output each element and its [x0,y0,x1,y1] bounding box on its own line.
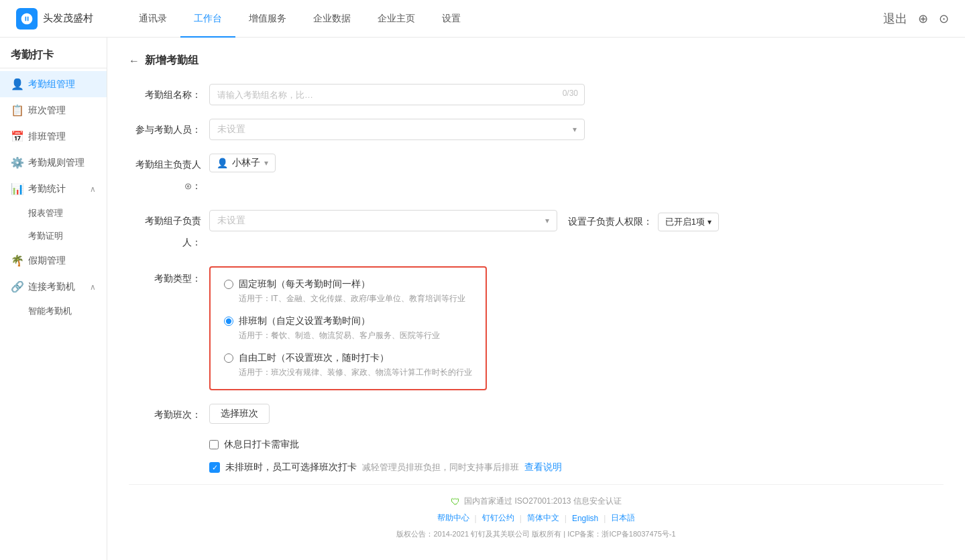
footer-copyright: 版权公告：2014-2021 钉钉及其关联公司 版权所有 | ICP备案：浙IC… [139,529,933,539]
sub-responsible-control: 未设置 ▾ [209,210,557,231]
sidebar-item-rules[interactable]: ⚙️ 考勤规则管理 [0,150,107,176]
footer-link-english[interactable]: English [572,514,598,523]
footer-link-help[interactable]: 帮助中心 [437,512,469,524]
shift-control: 选择班次 [209,404,585,424]
shift-mgmt-icon: 📋 [11,104,23,117]
sidebar-item-reports[interactable]: 报表管理 [0,202,107,225]
sidebar-label-statistics: 考勤统计 [28,183,66,195]
participants-placeholder: 未设置 [217,123,245,135]
shift-select-button[interactable]: 选择班次 [209,404,270,424]
footer-link-japanese[interactable]: 日本語 [611,512,635,524]
participants-arrow-icon: ▾ [573,125,577,134]
sidebar: 考勤打卡 👤 考勤组管理 📋 班次管理 📅 排班管理 ⚙️ 考勤规则管理 📊 考… [0,38,107,560]
responsible-label: 考勤组主负责人⊙： [129,154,209,197]
nav-value-added[interactable]: 增值服务 [235,0,300,38]
app-name: 头发茂盛村 [43,12,93,25]
sub-rights-label: 设置子负责人权限： [568,216,652,228]
sidebar-label-rules: 考勤规则管理 [28,157,84,169]
sub-responsible-label: 考勤组子负责人： [129,210,209,253]
nav-enterprise-data[interactable]: 企业数据 [300,0,364,38]
location-icon[interactable]: ⊕ [918,11,928,26]
sub-responsible-select[interactable]: 未设置 ▾ [209,210,557,231]
person-icon: 👤 [217,158,228,168]
group-name-input[interactable] [209,84,585,105]
radio-row-free: 自由工时（不设置班次，随时打卡） [224,352,472,364]
sub-rights-value: 已开启1项 [665,216,705,228]
responsible-value: 小林子 [232,157,260,169]
nav-enterprise-home[interactable]: 企业主页 [364,0,429,38]
radio-label-free[interactable]: 自由工时（不设置班次，随时打卡） [239,352,389,364]
back-button[interactable]: ← [129,55,139,67]
participants-select[interactable]: 未设置 ▾ [209,119,585,140]
checkbox-holiday: 休息日打卡需审批 [209,439,944,451]
form-title: 新增考勤组 [145,54,198,68]
unscheduled-checkbox-checked[interactable] [209,462,220,473]
nav-right: 退出 ⊕ ⊙ [883,11,949,27]
responsible-selector[interactable]: 👤 小林子 ▾ [209,154,276,172]
type-option-free: 自由工时（不设置班次，随时打卡） 适用于：班次没有规律、装修、家政、物流等计算工… [224,352,472,378]
holiday-check-row: 休息日打卡需审批 [209,439,944,451]
shift-label: 考勤班次： [129,404,209,425]
sidebar-label-holiday: 假期管理 [28,255,66,267]
attendance-group-icon: 👤 [11,78,23,91]
sub-rights-arrow-icon: ▾ [707,217,712,227]
footer-iso: 🛡 国内首家通过 ISO27001:2013 信息安全认证 [139,496,933,507]
sidebar-label-attendance-group: 考勤组管理 [28,78,75,91]
nav-workbench[interactable]: 工作台 [180,0,235,38]
sidebar-item-connect-machine[interactable]: 🔗 连接考勤机 ∧ [0,274,107,300]
sub-responsible-arrow-icon: ▾ [545,216,549,225]
statistics-icon: 📊 [11,182,23,195]
sidebar-item-statistics[interactable]: 📊 考勤统计 ∧ [0,176,107,202]
form-row-participants: 参与考勤人员： 未设置 ▾ [129,119,944,140]
holiday-check-label[interactable]: 休息日打卡需审批 [224,439,299,451]
radio-label-fixed[interactable]: 固定班制（每天考勤时间一样） [239,278,370,290]
attendance-type-box: 固定班制（每天考勤时间一样） 适用于：IT、金融、文化传媒、政府/事业单位、教育… [209,266,487,390]
radio-label-shift[interactable]: 排班制（自定义设置考勤时间） [239,315,370,327]
statistics-expand-icon: ∧ [90,184,96,194]
page-footer: 🛡 国内首家通过 ISO27001:2013 信息安全认证 帮助中心 | 钉钉公… [129,484,944,550]
unscheduled-desc: 减轻管理员排班负担，同时支持事后排班 [362,461,519,473]
logo-icon [16,8,38,30]
footer-link-simplified[interactable]: 简体中文 [527,512,559,524]
footer-links: 帮助中心 | 钉钉公约 | 简体中文 | English | 日本語 [139,512,933,524]
scheduling-icon: 📅 [11,130,23,143]
sidebar-item-shift-mgmt[interactable]: 📋 班次管理 [0,97,107,123]
holiday-icon: 🌴 [11,254,23,267]
sidebar-label-shift-mgmt: 班次管理 [28,105,66,117]
attendance-type-label: 考勤类型： [129,266,209,285]
logo-area[interactable]: 头发茂盛村 [16,8,93,30]
sidebar-item-holiday[interactable]: 🌴 假期管理 [0,247,107,274]
radio-shift[interactable] [224,317,233,326]
group-name-label: 考勤组名称： [129,84,209,105]
nav-contacts[interactable]: 通讯录 [125,0,180,38]
responsible-arrow-icon: ▾ [264,158,268,168]
holiday-checkbox[interactable] [209,440,219,449]
form-row-group-name: 考勤组名称： 0/30 [129,84,944,105]
sidebar-item-attendance-cert[interactable]: 考勤证明 [0,225,107,247]
checkbox-unscheduled: 未排班时，员工可选择班次打卡 减轻管理员排班负担，同时支持事后排班 查看说明 [209,461,944,473]
unscheduled-check-label: 未排班时，员工可选择班次打卡 [225,461,357,473]
iso-text: 国内首家通过 ISO27001:2013 信息安全认证 [464,496,622,507]
type-desc-fixed: 适用于：IT、金融、文化传媒、政府/事业单位、教育培训等行业 [224,293,472,304]
form-row-attendance-type: 考勤类型： 固定班制（每天考勤时间一样） 适用于：IT、金融、文化传媒、政府/事… [129,266,944,390]
main-nav: 通讯录 工作台 增值服务 企业数据 企业主页 设置 [125,0,883,38]
participants-label: 参与考勤人员： [129,119,209,140]
nav-settings[interactable]: 设置 [429,0,474,38]
page-layout: 考勤打卡 👤 考勤组管理 📋 班次管理 📅 排班管理 ⚙️ 考勤规则管理 📊 考… [0,38,965,560]
radio-fixed[interactable] [224,280,233,289]
sidebar-item-attendance-group[interactable]: 👤 考勤组管理 [0,71,107,97]
nav-logout[interactable]: 退出 [883,11,907,27]
sub-rights-button[interactable]: 已开启1项 ▾ [658,213,719,231]
sidebar-label-scheduling: 排班管理 [28,131,66,143]
unscheduled-link[interactable]: 查看说明 [524,461,562,473]
sub-responsible-row: 未设置 ▾ 设置子负责人权限： 已开启1项 ▾ [209,210,719,231]
sidebar-item-scheduling[interactable]: 📅 排班管理 [0,123,107,150]
sidebar-item-smart-machine[interactable]: 智能考勤机 [0,300,107,323]
user-circle-icon[interactable]: ⊙ [939,11,949,26]
sub-responsible-placeholder: 未设置 [217,215,245,227]
radio-free[interactable] [224,353,233,363]
rules-icon: ⚙️ [11,156,23,169]
shield-icon: 🛡 [451,496,460,507]
footer-link-agreement[interactable]: 钉钉公约 [482,512,514,524]
form-row-sub-responsible: 考勤组子负责人： 未设置 ▾ 设置子负责人权限： 已开启1项 ▾ [129,210,944,253]
